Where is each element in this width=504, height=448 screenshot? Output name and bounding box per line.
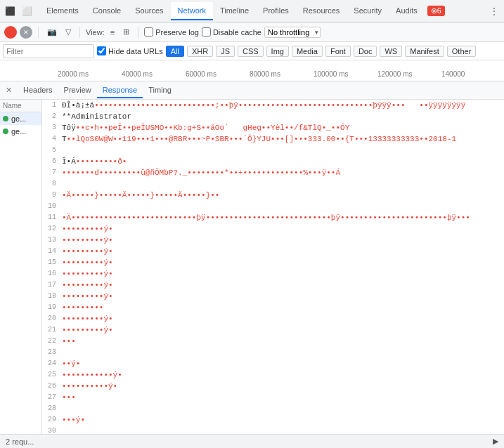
line-8: 8 bbox=[42, 178, 504, 190]
expand-icon[interactable]: ⬜ bbox=[20, 4, 34, 18]
line-19: 19 ••••••••• bbox=[42, 302, 504, 313]
filter-font-btn[interactable]: Font bbox=[325, 46, 351, 57]
tab-console[interactable]: Console bbox=[86, 2, 128, 20]
view-label: View: bbox=[86, 28, 105, 37]
dock-icon[interactable]: ⬛ bbox=[3, 4, 17, 18]
tree-view-button[interactable]: ⊞ bbox=[120, 26, 132, 38]
filter-all-btn[interactable]: All bbox=[166, 46, 184, 57]
line-24: 24 ••ý• bbox=[42, 358, 504, 369]
line-3: 3 Tôÿ••c•h••peÎ••peÎUSMO••Kb:g+S••áOo` g… bbox=[42, 122, 504, 133]
line-12: 12 •••••••••ý• bbox=[42, 223, 504, 235]
hide-data-urls-label[interactable]: Hide data URLs bbox=[97, 46, 163, 55]
file-list: Name ge... ge... bbox=[0, 100, 42, 434]
line-13: 13 •••••••••ý• bbox=[42, 235, 504, 246]
ruler-label-1: 20000 ms bbox=[56, 70, 120, 78]
filter-media-btn[interactable]: Media bbox=[292, 46, 323, 57]
filter-icon: ▽ bbox=[65, 27, 71, 37]
sub-tab-bar: ✕ Headers Preview Response Timing bbox=[0, 81, 504, 100]
timeline-ruler: 20000 ms 40000 ms 60000 ms 80000 ms 1000… bbox=[0, 60, 504, 81]
line-14: 14 •••••••••ý• bbox=[42, 246, 504, 257]
filter-button[interactable]: ▽ bbox=[63, 26, 74, 38]
disable-cache-label[interactable]: Disable cache bbox=[202, 27, 261, 37]
preserve-log-label[interactable]: Preserve log bbox=[144, 27, 199, 37]
sub-tab-timing[interactable]: Timing bbox=[143, 83, 177, 98]
request-count: 2 requ... bbox=[6, 437, 34, 446]
line-6: 6 Î•Á•••••••••ð• bbox=[42, 156, 504, 167]
tab-profiles[interactable]: Profiles bbox=[256, 2, 296, 20]
filter-bar: Hide data URLs All XHR JS CSS Img Media … bbox=[0, 42, 504, 60]
filter-img-btn[interactable]: Img bbox=[266, 46, 289, 57]
ruler-label-2: 40000 ms bbox=[120, 70, 184, 78]
line-11: 11 •Ä•••••••••••••••••••••••••••þÿ••••••… bbox=[42, 212, 504, 223]
tab-security[interactable]: Security bbox=[347, 2, 389, 20]
tab-network[interactable]: Network bbox=[171, 2, 213, 20]
filter-input[interactable] bbox=[3, 44, 94, 58]
line-5: 5 bbox=[42, 145, 504, 156]
ruler-labels: 20000 ms 40000 ms 60000 ms 80000 ms 1000… bbox=[56, 60, 504, 81]
scroll-right-btn[interactable]: ▶ bbox=[493, 437, 498, 446]
line-29: 29 •••ý• bbox=[42, 414, 504, 426]
network-toolbar: ✕ 📷 ▽ View: ≡ ⊞ Preserve log Disable cac… bbox=[0, 22, 504, 42]
filter-css-btn[interactable]: CSS bbox=[238, 46, 264, 57]
line-25: 25 •••••••••••ý• bbox=[42, 369, 504, 381]
line-17: 17 •••••••••ý• bbox=[42, 279, 504, 291]
tab-timeline[interactable]: Timeline bbox=[213, 2, 256, 20]
response-panel[interactable]: 1 ĐÎ•à¡±á••••••••••••••••••••••••••;••þÿ… bbox=[42, 100, 504, 434]
line-16: 16 •••••••••ý• bbox=[42, 268, 504, 279]
line-2: 2 **Administrator bbox=[42, 111, 504, 122]
camera-button[interactable]: 📷 bbox=[44, 26, 60, 38]
line-1: 1 ĐÎ•à¡±á••••••••••••••••••••••••••;••þÿ… bbox=[42, 100, 504, 111]
camera-icon: 📷 bbox=[47, 27, 57, 37]
ruler-label-5: 100000 ms bbox=[312, 70, 376, 78]
toolbar-sep-3 bbox=[138, 27, 138, 38]
status-dot-2 bbox=[3, 129, 8, 134]
preserve-log-checkbox[interactable] bbox=[144, 27, 153, 37]
error-badge: ⊗6 bbox=[427, 6, 445, 16]
sub-tab-headers[interactable]: Headers bbox=[18, 83, 58, 98]
line-18: 18 •••••••••ý• bbox=[42, 291, 504, 302]
filter-ws-btn[interactable]: WS bbox=[380, 46, 402, 57]
more-icon[interactable]: ⋮ bbox=[487, 4, 501, 18]
sub-tab-preview[interactable]: Preview bbox=[58, 83, 97, 98]
line-9: 9 •Ä•••••}•••••Ä•••••}•••••Ä•••••}•• bbox=[42, 190, 504, 201]
tab-elements[interactable]: Elements bbox=[39, 2, 86, 20]
line-15: 15 •••••••••ý• bbox=[42, 257, 504, 268]
status-dot-1 bbox=[3, 116, 8, 121]
hide-data-urls-checkbox[interactable] bbox=[97, 46, 106, 55]
filter-xhr-btn[interactable]: XHR bbox=[187, 46, 213, 57]
line-28: 28 bbox=[42, 403, 504, 414]
tab-resources[interactable]: Resources bbox=[296, 2, 347, 20]
clear-button[interactable]: ✕ bbox=[20, 26, 32, 39]
line-21: 21 •••••••••ý• bbox=[42, 324, 504, 336]
throttle-select[interactable]: No throttling Offline Slow 3G Fast 3G bbox=[264, 27, 321, 38]
list-item-2[interactable]: ge... bbox=[0, 125, 41, 138]
list-view-button[interactable]: ≡ bbox=[108, 27, 117, 38]
record-button[interactable] bbox=[4, 26, 17, 39]
tab-audits[interactable]: Audits bbox=[389, 2, 425, 20]
list-item-1[interactable]: ge... bbox=[0, 112, 41, 125]
line-27: 27 ••• bbox=[42, 392, 504, 403]
ruler-label-3: 60000 ms bbox=[184, 70, 248, 78]
line-10: 10 bbox=[42, 201, 504, 212]
ruler-label-4: 80000 ms bbox=[248, 70, 312, 78]
ruler-label-7: 140000 bbox=[440, 70, 504, 78]
top-tab-bar: ⬛ ⬜ Elements Console Sources Network Tim… bbox=[0, 0, 504, 22]
devtools-icons: ⬛ ⬜ bbox=[3, 4, 34, 18]
line-26: 26 ••••••••••ý• bbox=[42, 381, 504, 392]
ruler-label-6: 120000 ms bbox=[376, 70, 440, 78]
filter-doc-btn[interactable]: Doc bbox=[354, 46, 377, 57]
content-area: Name ge... ge... 1 ĐÎ•à¡±á••••••••••••••… bbox=[0, 100, 504, 434]
tab-sources[interactable]: Sources bbox=[128, 2, 170, 20]
line-22: 22 ••• bbox=[42, 336, 504, 347]
line-4: 4 T••lQoS0W@W••119•••1•••@RBR•••~P•SBR••… bbox=[42, 133, 504, 145]
filter-js-btn[interactable]: JS bbox=[216, 46, 235, 57]
toolbar-sep-2 bbox=[79, 27, 80, 38]
disable-cache-checkbox[interactable] bbox=[202, 27, 211, 37]
throttle-wrap: No throttling Offline Slow 3G Fast 3G bbox=[264, 27, 321, 38]
filter-other-btn[interactable]: Other bbox=[447, 46, 477, 57]
sub-tab-close-btn[interactable]: ✕ bbox=[3, 86, 15, 95]
sub-tab-response[interactable]: Response bbox=[97, 83, 143, 98]
file-list-header: Name bbox=[0, 100, 41, 112]
list-view-icon: ≡ bbox=[110, 28, 115, 37]
filter-manifest-btn[interactable]: Manifest bbox=[405, 46, 444, 57]
